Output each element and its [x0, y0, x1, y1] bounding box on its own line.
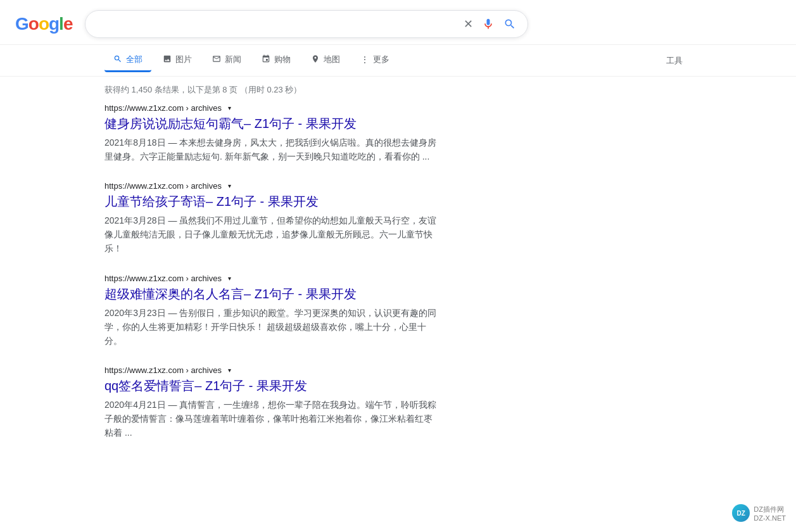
shopping-tab-icon	[262, 54, 270, 65]
result-item: https://www.z1xz.com › archives ▾ 儿童节给孩子…	[104, 181, 440, 255]
more-tab-icon: ⋮	[360, 54, 369, 65]
result-title[interactable]: 儿童节给孩子寄语– Z1句子 - 果果开发	[104, 193, 440, 210]
result-url-line: https://www.z1xz.com › archives ▾	[104, 365, 440, 375]
result-url-line: https://www.z1xz.com › archives ▾	[104, 274, 440, 283]
tab-shopping-label: 购物	[274, 54, 291, 65]
search-button[interactable]	[502, 16, 517, 32]
search-tab-icon	[113, 54, 122, 65]
header: Google site:z1xz.com ✕	[0, 0, 796, 45]
news-tab-icon	[212, 54, 221, 65]
result-url: https://www.z1xz.com › archives	[104, 365, 222, 375]
clear-icon: ✕	[464, 17, 473, 31]
result-dropdown-button[interactable]: ▾	[225, 365, 234, 375]
tab-maps[interactable]: 地图	[302, 49, 349, 72]
result-title[interactable]: 健身房说说励志短句霸气– Z1句子 - 果果开发	[104, 115, 440, 132]
tab-all[interactable]: 全部	[104, 49, 151, 72]
result-item: https://www.z1xz.com › archives ▾ 健身房说说励…	[104, 103, 440, 163]
tab-all-label: 全部	[126, 54, 142, 65]
result-url-path: archives	[191, 181, 222, 191]
search-bar-icons: ✕	[462, 16, 517, 32]
result-item: https://www.z1xz.com › archives ▾ 超级难懂深奥…	[104, 274, 440, 348]
search-bar: site:z1xz.com ✕	[85, 10, 528, 38]
tab-images-label: 图片	[175, 54, 192, 65]
tab-images[interactable]: 图片	[154, 49, 201, 72]
maps-tab-icon	[311, 54, 320, 65]
result-url-base: https://www.z1xz.com	[104, 181, 184, 191]
tab-news-label: 新闻	[225, 54, 241, 65]
result-dropdown-button[interactable]: ▾	[225, 274, 234, 283]
search-input[interactable]: site:z1xz.com	[96, 18, 456, 30]
results-container: https://www.z1xz.com › archives ▾ 健身房说说励…	[0, 99, 545, 461]
result-url-sep: ›	[186, 181, 191, 191]
nav-tabs: 全部 图片 新闻 购物 地图 ⋮ 更多 工具	[0, 45, 796, 77]
result-item: https://www.z1xz.com › archives ▾ qq签名爱情…	[104, 365, 440, 440]
result-url-path: archives	[191, 274, 222, 283]
images-tab-icon	[163, 54, 172, 65]
result-url: https://www.z1xz.com › archives	[104, 181, 222, 191]
tab-news[interactable]: 新闻	[203, 49, 250, 72]
result-url-sep: ›	[186, 274, 191, 283]
search-icon	[503, 18, 516, 30]
results-count-text: 获得约 1,450 条结果，以下是第 8 页 （用时 0.23 秒）	[104, 85, 301, 94]
result-dropdown-button[interactable]: ▾	[225, 103, 234, 113]
results-info: 获得约 1,450 条结果，以下是第 8 页 （用时 0.23 秒）	[0, 77, 796, 99]
result-url-path: archives	[191, 365, 222, 375]
tab-shopping[interactable]: 购物	[253, 49, 300, 72]
result-snippet: 2021年3月28日 — 虽然我们不用过儿童节，但希望你的幼想如儿童般天马行空，…	[104, 213, 440, 255]
result-title[interactable]: qq签名爱情誓言– Z1句子 - 果果开发	[104, 377, 440, 394]
result-url-base: https://www.z1xz.com	[104, 365, 184, 375]
result-url-line: https://www.z1xz.com › archives ▾	[104, 103, 440, 113]
result-url-sep: ›	[186, 365, 191, 375]
result-url-sep: ›	[186, 103, 191, 113]
mic-button[interactable]	[481, 16, 496, 32]
result-url-base: https://www.z1xz.com	[104, 274, 184, 283]
result-url: https://www.z1xz.com › archives	[104, 274, 222, 283]
tab-more[interactable]: ⋮ 更多	[351, 49, 398, 72]
result-url: https://www.z1xz.com › archives	[104, 103, 222, 113]
result-title[interactable]: 超级难懂深奥的名人名言– Z1句子 - 果果开发	[104, 286, 440, 302]
result-snippet: 2020年4月21日 — 真情誓言，一生缠绵，想你一辈子陪在我身边。端午节，聆听…	[104, 398, 440, 440]
tab-more-label: 更多	[373, 54, 389, 65]
result-url-line: https://www.z1xz.com › archives ▾	[104, 181, 440, 191]
result-dropdown-button[interactable]: ▾	[225, 181, 234, 191]
result-snippet: 2020年3月23日 — 告别假日，重步知识的殿堂。学习更深奥的知识，认识更有趣…	[104, 306, 440, 348]
result-url-path: archives	[191, 103, 222, 113]
result-snippet: 2021年8月18日 — 本来想去健身房，风太大，把我刮到火锅店啦。真的很想去健…	[104, 136, 440, 163]
result-url-base: https://www.z1xz.com	[104, 103, 184, 113]
google-logo: Google	[15, 14, 72, 34]
tab-maps-label: 地图	[324, 54, 340, 65]
mic-icon	[482, 18, 495, 30]
tools-button[interactable]: 工具	[657, 50, 692, 72]
clear-button[interactable]: ✕	[462, 16, 474, 32]
